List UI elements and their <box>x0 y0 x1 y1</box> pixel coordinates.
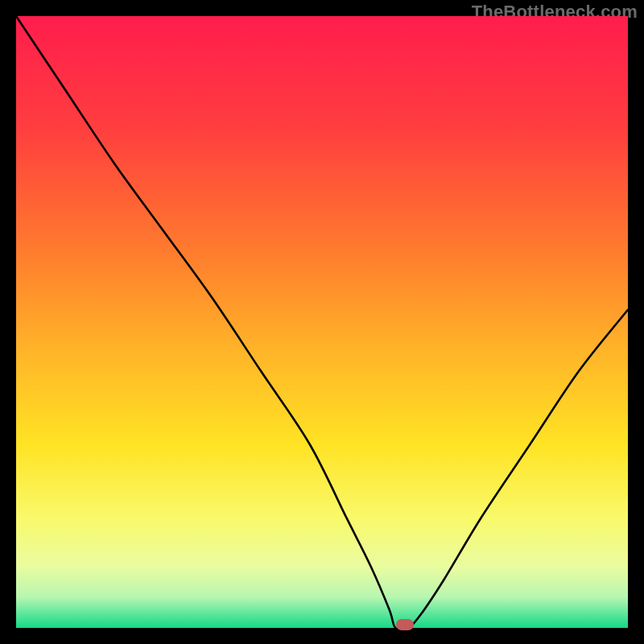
chart-frame: TheBottleneck.com <box>0 0 644 644</box>
chart-svg <box>16 16 628 628</box>
plot-area <box>16 16 628 628</box>
gradient-background <box>16 16 628 628</box>
minimum-marker <box>396 619 414 630</box>
